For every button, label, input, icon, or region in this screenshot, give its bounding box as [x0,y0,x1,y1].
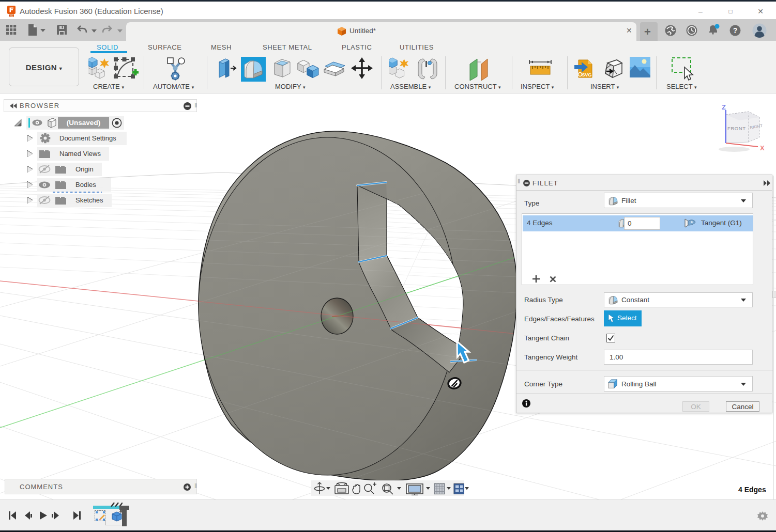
svg-text:FRONT: FRONT [727,126,746,131]
svg-text:Z: Z [722,103,726,111]
svg-text:X: X [760,144,765,152]
svg-text:SVG: SVG [582,72,591,77]
svg-text:?: ? [733,26,738,35]
svg-text:360: 360 [9,14,13,17]
